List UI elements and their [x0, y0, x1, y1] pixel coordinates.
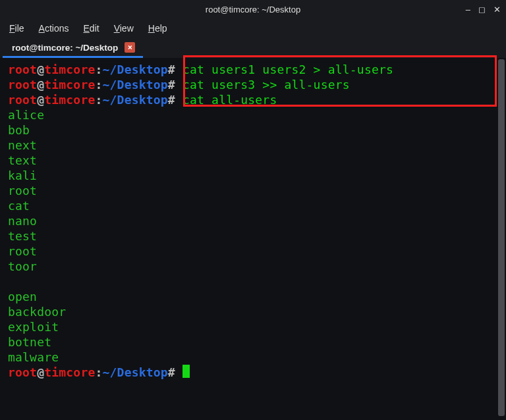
prompt-user: root: [8, 78, 37, 92]
menubar: File Actions Edit View Help: [0, 18, 506, 38]
prompt-at: @: [37, 365, 44, 379]
tab-close-icon[interactable]: ×: [125, 42, 135, 53]
close-window-button[interactable]: ✕: [493, 5, 501, 14]
prompt-colon: :: [95, 365, 102, 379]
output-line: bob: [8, 122, 495, 138]
output-line: exploit: [8, 319, 495, 334]
prompt-path: ~/Desktop: [103, 78, 168, 92]
output-line: root: [8, 183, 495, 198]
terminal-line: root@timcore:~/Desktop# cat all-users: [8, 92, 495, 107]
terminal-container: root@timcore:~/Desktop# cat users1 users…: [0, 58, 506, 420]
command-text: cat users3 >> all-users: [183, 78, 350, 92]
output-line: text: [8, 153, 495, 168]
output-line: malware: [8, 350, 495, 365]
terminal-line: root@timcore:~/Desktop# cat users3 >> al…: [8, 77, 495, 92]
terminal-line: root@timcore:~/Desktop#: [8, 365, 495, 380]
output-line: backdoor: [8, 304, 495, 319]
prompt-at: @: [37, 93, 44, 107]
output-line: botnet: [8, 334, 495, 350]
tab-label: root@timcore: ~/Desktop: [12, 43, 118, 53]
prompt-hash: #: [168, 78, 175, 92]
prompt-hash: #: [168, 63, 175, 76]
prompt-host: timcore: [44, 93, 95, 107]
menu-view[interactable]: View: [114, 23, 134, 34]
terminal-line: root@timcore:~/Desktop# cat users1 users…: [8, 62, 495, 77]
menu-help[interactable]: Help: [148, 23, 167, 34]
prompt-hash: #: [168, 93, 175, 107]
output-line: kali: [8, 168, 495, 183]
prompt-path: ~/Desktop: [103, 63, 168, 76]
command-text: cat all-users: [183, 93, 277, 107]
prompt-host: timcore: [44, 63, 95, 76]
prompt-colon: :: [95, 78, 102, 92]
maximize-button[interactable]: ◻: [478, 5, 486, 14]
terminal-scrollbar[interactable]: [498, 59, 505, 416]
prompt-colon: :: [95, 93, 102, 107]
prompt-path: ~/Desktop: [103, 365, 168, 379]
terminal-tab[interactable]: root@timcore: ~/Desktop ×: [3, 39, 143, 58]
output-line: test: [8, 228, 495, 244]
terminal-cursor: [183, 365, 190, 378]
prompt-host: timcore: [44, 365, 95, 379]
menu-actions[interactable]: Actions: [39, 23, 69, 34]
menu-edit[interactable]: Edit: [84, 23, 99, 34]
prompt-at: @: [37, 63, 44, 76]
prompt-at: @: [37, 78, 44, 92]
output-line: [8, 274, 495, 289]
prompt-user: root: [8, 365, 37, 379]
prompt-user: root: [8, 63, 37, 76]
output-line: root: [8, 244, 495, 259]
output-line: nano: [8, 213, 495, 228]
output-line: cat: [8, 198, 495, 213]
prompt-user: root: [8, 93, 37, 107]
prompt-path: ~/Desktop: [103, 93, 168, 107]
minimize-button[interactable]: –: [466, 5, 470, 14]
command-text: cat users1 users2 > all-users: [183, 63, 393, 76]
tabbar: root@timcore: ~/Desktop ×: [0, 38, 506, 58]
prompt-host: timcore: [44, 78, 95, 92]
output-line: open: [8, 289, 495, 304]
menu-file[interactable]: File: [9, 23, 24, 34]
output-line: alice: [8, 107, 495, 122]
output-line: toor: [8, 259, 495, 274]
prompt-colon: :: [95, 63, 102, 76]
window-title: root@timcore: ~/Desktop: [206, 5, 300, 14]
window-titlebar: root@timcore: ~/Desktop – ◻ ✕: [0, 0, 506, 18]
terminal-output-area[interactable]: root@timcore:~/Desktop# cat users1 users…: [5, 58, 495, 420]
output-line: next: [8, 138, 495, 153]
prompt-hash: #: [168, 365, 175, 379]
window-controls: – ◻ ✕: [466, 0, 501, 18]
